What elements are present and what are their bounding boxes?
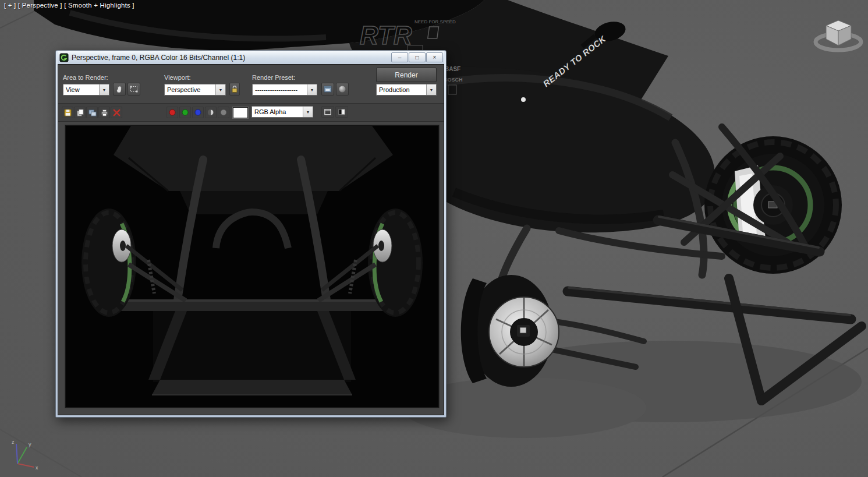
environment-sphere-icon bbox=[338, 84, 347, 94]
print-image-button[interactable] bbox=[98, 107, 110, 118]
maximize-button[interactable]: □ bbox=[409, 52, 426, 62]
lock-icon bbox=[231, 84, 239, 94]
render-setup-icon bbox=[323, 84, 332, 94]
rendered-frame-window: Perspective, frame 0, RGBA Color 16 Bits… bbox=[55, 50, 447, 418]
chevron-down-icon: ▼ bbox=[303, 107, 313, 117]
ui-overlay-icon bbox=[323, 108, 332, 116]
window-icon bbox=[59, 53, 69, 62]
chevron-down-icon: ▼ bbox=[426, 84, 436, 95]
green-channel-button[interactable] bbox=[179, 107, 191, 118]
background-color-swatch[interactable] bbox=[233, 107, 248, 118]
blue-channel-button[interactable] bbox=[192, 107, 204, 118]
alpha-channel-button[interactable] bbox=[218, 107, 229, 118]
minimize-button[interactable]: – bbox=[391, 52, 408, 62]
render-preset-select[interactable]: -------------------- ▼ bbox=[252, 84, 317, 96]
nfs-logo-decal: NEED FOR SPEED bbox=[414, 19, 456, 24]
rtr-logo-decal: RTR bbox=[360, 21, 412, 50]
viewcube[interactable] bbox=[812, 8, 866, 62]
axis-y-label: y bbox=[29, 441, 31, 447]
chevron-down-icon: ▼ bbox=[99, 84, 109, 95]
toggle-ui-overlays-button[interactable] bbox=[321, 106, 334, 118]
production-mode-select[interactable]: Production ▼ bbox=[376, 84, 437, 96]
save-icon bbox=[63, 108, 72, 117]
clone-window-icon bbox=[88, 108, 97, 117]
lock-viewport-button[interactable] bbox=[229, 83, 240, 96]
area-to-render-label: Area to Render: bbox=[63, 74, 108, 81]
render-preset-label: Render Preset: bbox=[252, 74, 295, 81]
toggle-ui-button[interactable] bbox=[335, 106, 348, 118]
save-image-button[interactable] bbox=[62, 107, 73, 118]
window-titlebar[interactable]: Perspective, frame 0, RGBA Color 16 Bits… bbox=[58, 51, 444, 64]
printer-icon bbox=[100, 108, 109, 117]
chevron-down-icon: ▼ bbox=[215, 84, 225, 95]
clear-image-button[interactable] bbox=[111, 107, 122, 118]
area-to-render-select[interactable]: View ▼ bbox=[63, 84, 109, 96]
render-canvas[interactable] bbox=[65, 125, 439, 408]
sponsor-decal-basf: BASF bbox=[445, 66, 460, 72]
clone-rendered-frame-button[interactable] bbox=[86, 107, 98, 118]
world-axis-icon: x y z bbox=[3, 438, 41, 473]
green-channel-icon bbox=[181, 108, 189, 116]
monochrome-button[interactable] bbox=[205, 107, 217, 118]
close-button[interactable]: × bbox=[426, 52, 443, 62]
rfw-toolbar-main: Area to Render: View ▼ Viewport: Perspe bbox=[58, 65, 444, 104]
chevron-down-icon: ▼ bbox=[307, 84, 317, 95]
blue-channel-icon bbox=[194, 108, 202, 116]
rfw-toolbar-image: RGB Alpha ▼ bbox=[58, 104, 444, 122]
pan-region-button[interactable] bbox=[113, 83, 126, 96]
delete-x-icon bbox=[112, 108, 121, 117]
hand-icon bbox=[115, 84, 124, 94]
split-tone-icon bbox=[337, 108, 346, 116]
viewport-select[interactable]: Perspective ▼ bbox=[164, 84, 226, 96]
render-setup-button[interactable] bbox=[321, 83, 334, 96]
edit-region-button[interactable] bbox=[127, 83, 140, 96]
red-channel-button[interactable] bbox=[166, 107, 178, 118]
copy-image-button[interactable] bbox=[74, 107, 86, 118]
window-title: Perspective, frame 0, RGBA Color 16 Bits… bbox=[72, 54, 388, 62]
red-channel-icon bbox=[168, 108, 176, 116]
alpha-channel-icon bbox=[219, 108, 228, 116]
channel-display-select[interactable]: RGB Alpha ▼ bbox=[251, 106, 313, 118]
copy-icon bbox=[76, 108, 84, 117]
environment-effects-button[interactable] bbox=[336, 83, 349, 96]
region-select-icon bbox=[129, 84, 139, 94]
axis-x-label: x bbox=[36, 465, 38, 471]
render-button[interactable]: Render bbox=[376, 68, 437, 82]
viewport-label[interactable]: [ + ] [ Perspective ] [ Smooth + Highlig… bbox=[4, 2, 134, 9]
monochrome-icon bbox=[207, 108, 215, 116]
viewport-select-label: Viewport: bbox=[164, 74, 191, 81]
axis-z-label: z bbox=[12, 439, 15, 445]
